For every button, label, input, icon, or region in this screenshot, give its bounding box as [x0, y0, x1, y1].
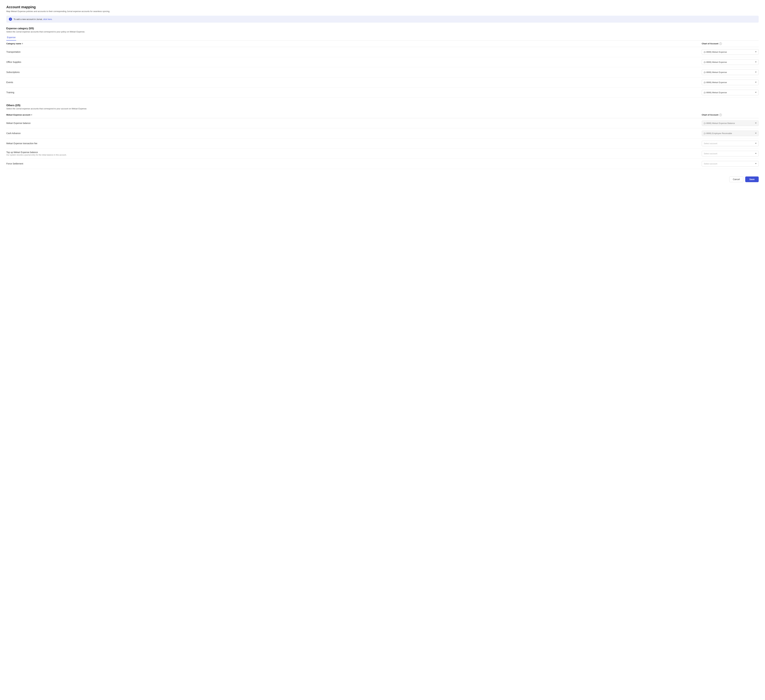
coa-dropdown-4[interactable]: Select account	[702, 161, 759, 167]
row-category-name: Events	[6, 81, 702, 84]
coa-dropdown-0: (1-9999) Mekari Expense Balance	[702, 120, 759, 126]
coa-dropdown-2[interactable]: Select account	[702, 141, 759, 146]
col-category-name: Category name	[6, 43, 702, 45]
coa-dropdown-1: (1-9999) Employee Receivable	[702, 131, 759, 136]
dropdown-value: (1-9999) Mekari Expense	[704, 91, 727, 94]
chevron-down-icon	[755, 61, 757, 63]
table-row: Force Settlement Select account	[6, 159, 759, 169]
table-row: Transportation (1-9999) Mekari Expense	[6, 47, 759, 57]
row-account-name: Mekari Expense balance	[6, 122, 702, 125]
info-banner: i To add a new account in Jurnal, click …	[6, 16, 759, 23]
row-account-name: Force Settlement	[6, 162, 702, 165]
col-coa-others: Chart of Account i	[702, 114, 759, 116]
dropdown-value: (1-9999) Mekari Expense	[704, 81, 727, 84]
others-table-body: Mekari Expense balance (1-9999) Mekari E…	[6, 118, 759, 169]
table-row: Training (1-9999) Mekari Expense	[6, 88, 759, 98]
info-icon: i	[9, 17, 12, 21]
footer-actions: Cancel Save	[6, 174, 759, 182]
chevron-down-icon	[755, 163, 757, 164]
expense-table-body: Transportation (1-9999) Mekari Expense O…	[6, 47, 759, 98]
chevron-down-icon	[755, 153, 757, 154]
dropdown-value: Select account	[704, 142, 717, 145]
chart-of-account-dropdown-0[interactable]: (1-9999) Mekari Expense	[702, 49, 759, 55]
save-button[interactable]: Save	[745, 177, 759, 182]
info-banner-text: To add a new account in Jurnal, click he…	[14, 18, 52, 20]
col-chart-of-account: Chart of Account i	[702, 43, 759, 45]
chevron-down-icon	[755, 72, 757, 73]
others-subtitle: Select the Jurnal expense accounts that …	[6, 107, 759, 110]
coa-dropdown-3[interactable]: Select account	[702, 151, 759, 156]
col-mekari-account: Mekari Expense account	[6, 114, 702, 116]
page-title: Account mapping	[6, 5, 759, 9]
row-category-name: Transportation	[6, 50, 702, 53]
chevron-down-icon	[755, 133, 757, 134]
click-here-link[interactable]: click here	[43, 18, 52, 20]
table-row: Events (1-9999) Mekari Expense	[6, 77, 759, 88]
others-title: Others (2/5)	[6, 104, 759, 107]
table-row: Office Supplies (1-9999) Mekari Expense	[6, 57, 759, 67]
others-section: Others (2/5) Select the Jurnal expense a…	[6, 104, 759, 169]
expense-category-section: Expense category (5/5) Select the Jurnal…	[6, 27, 759, 98]
row-category-name: Training	[6, 91, 702, 94]
expense-table-header: Category name Chart of Account i	[6, 41, 759, 47]
info-circle-others-icon: i	[719, 114, 722, 116]
row-category-name: Office Supplies	[6, 61, 702, 63]
others-table-header: Mekari Expense account Chart of Account …	[6, 112, 759, 118]
chart-of-account-dropdown-4[interactable]: (1-9999) Mekari Expense	[702, 90, 759, 95]
chevron-down-icon	[755, 51, 757, 52]
row-category-name: Subscriptions	[6, 71, 702, 73]
table-row: Top up Mekari Expense balanceOur system …	[6, 148, 759, 159]
cancel-button[interactable]: Cancel	[729, 177, 743, 182]
expense-category-subtitle: Select the Jurnal expense accounts that …	[6, 30, 759, 33]
dropdown-value: (1-9999) Mekari Expense Balance	[704, 122, 735, 125]
dropdown-value: Select account	[704, 152, 717, 155]
table-row: Subscriptions (1-9999) Mekari Expense	[6, 67, 759, 77]
table-row: Mekari Expense balance (1-9999) Mekari E…	[6, 118, 759, 128]
row-account-name: Cash Advance	[6, 132, 702, 134]
chart-of-account-dropdown-3[interactable]: (1-9999) Mekari Expense	[702, 80, 759, 85]
page-subtitle: Map Mekari Expense policies and accounts…	[6, 10, 759, 13]
expense-category-title: Expense category (5/5)	[6, 27, 759, 30]
expense-tabs: Expense	[6, 35, 759, 41]
chevron-down-icon	[755, 82, 757, 83]
table-row: Mekari Expense transaction fee Select ac…	[6, 139, 759, 148]
dropdown-value: (1-9999) Mekari Expense	[704, 71, 727, 73]
info-circle-icon: i	[719, 43, 722, 45]
dropdown-value: Select account	[704, 162, 717, 165]
row-account-name: Mekari Expense transaction fee	[6, 142, 702, 145]
chart-of-account-dropdown-1[interactable]: (1-9999) Mekari Expense	[702, 59, 759, 65]
expense-tab[interactable]: Expense	[6, 35, 16, 41]
chart-of-account-dropdown-2[interactable]: (1-9999) Mekari Expense	[702, 69, 759, 75]
chevron-down-icon	[755, 123, 757, 124]
dropdown-value: (1-9999) Mekari Expense	[704, 61, 727, 63]
dropdown-value: (1-9999) Employee Receivable	[704, 132, 732, 134]
row-account-name: Top up Mekari Expense balanceOur system …	[6, 151, 702, 156]
sort-icon-others	[31, 114, 32, 115]
chevron-down-icon	[755, 92, 757, 93]
chevron-down-icon	[755, 143, 757, 144]
table-row: Cash Advance (1-9999) Employee Receivabl…	[6, 128, 759, 139]
sort-icon	[22, 43, 23, 44]
dropdown-value: (1-9999) Mekari Expense	[704, 51, 727, 53]
